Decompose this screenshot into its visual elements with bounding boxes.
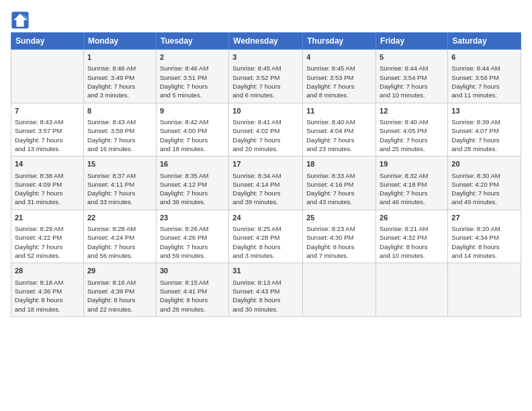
day-number: 3 [232, 52, 299, 62]
cell-content: Daylight: 7 hours [15, 242, 80, 251]
calendar-cell: 30Sunrise: 8:15 AMSunset: 4:41 PMDayligh… [156, 263, 228, 317]
day-number: 7 [15, 106, 80, 116]
cell-content: and 13 minutes. [15, 144, 80, 153]
calendar-header-friday: Friday [376, 33, 448, 50]
cell-content: and 14 minutes. [451, 251, 517, 260]
cell-content: Sunrise: 8:38 AM [15, 171, 80, 180]
calendar-cell: 8Sunrise: 8:43 AMSunset: 3:59 PMDaylight… [83, 103, 156, 156]
cell-content: Daylight: 7 hours [306, 189, 372, 197]
cell-content: and 18 minutes. [15, 305, 80, 314]
cell-content: and 8 minutes. [306, 91, 372, 99]
cell-content: and 49 minutes. [451, 197, 517, 206]
cell-content: Sunset: 4:22 PM [15, 233, 80, 242]
calendar-header-monday: Monday [83, 33, 156, 50]
calendar-table: SundayMondayTuesdayWednesdayThursdayFrid… [11, 32, 521, 317]
cell-content: Daylight: 7 hours [451, 189, 517, 197]
cell-content: Sunset: 4:02 PM [232, 126, 299, 135]
cell-content: Daylight: 7 hours [87, 136, 152, 144]
day-number: 16 [160, 159, 225, 169]
calendar-header-thursday: Thursday [303, 33, 376, 50]
calendar-cell: 13Sunrise: 8:39 AMSunset: 4:07 PMDayligh… [448, 103, 521, 156]
calendar-week-4: 21Sunrise: 8:29 AMSunset: 4:22 PMDayligh… [11, 210, 521, 263]
day-number: 8 [87, 106, 152, 116]
cell-content: Sunrise: 8:26 AM [160, 224, 225, 233]
cell-content: Daylight: 7 hours [160, 82, 225, 91]
cell-content: and 11 minutes. [451, 91, 517, 99]
cell-content: and 26 minutes. [160, 305, 225, 314]
calendar-cell: 22Sunrise: 8:28 AMSunset: 4:24 PMDayligh… [83, 210, 156, 263]
cell-content: and 20 minutes. [232, 144, 299, 153]
cell-content: Daylight: 7 hours [306, 136, 372, 144]
cell-content: Sunset: 3:56 PM [451, 73, 517, 82]
calendar-header-row: SundayMondayTuesdayWednesdayThursdayFrid… [11, 33, 521, 50]
day-number: 5 [380, 52, 444, 62]
calendar-cell: 26Sunrise: 8:21 AMSunset: 4:32 PMDayligh… [376, 210, 448, 263]
cell-content: Sunset: 4:00 PM [160, 126, 225, 135]
cell-content: Daylight: 8 hours [232, 242, 299, 251]
cell-content: Sunset: 4:04 PM [306, 126, 372, 135]
cell-content: Daylight: 7 hours [306, 82, 372, 91]
cell-content: Sunset: 4:09 PM [15, 180, 80, 189]
cell-content: Daylight: 7 hours [160, 189, 225, 197]
cell-content: Sunset: 4:41 PM [160, 287, 225, 295]
cell-content: Sunset: 3:51 PM [160, 73, 225, 82]
cell-content: Sunrise: 8:40 AM [380, 118, 444, 126]
logo [11, 11, 32, 30]
logo-icon [11, 11, 30, 30]
cell-content: and 33 minutes. [87, 197, 152, 206]
cell-content: and 22 minutes. [87, 305, 152, 314]
calendar-cell: 12Sunrise: 8:40 AMSunset: 4:05 PMDayligh… [376, 103, 448, 156]
cell-content: Sunset: 3:59 PM [87, 126, 152, 135]
calendar-cell: 17Sunrise: 8:34 AMSunset: 4:14 PMDayligh… [229, 156, 303, 210]
cell-content: Sunset: 3:49 PM [87, 73, 152, 82]
cell-content: Sunrise: 8:45 AM [306, 64, 372, 73]
day-number: 15 [87, 159, 152, 169]
cell-content: Sunrise: 8:28 AM [87, 224, 152, 233]
calendar-cell: 3Sunrise: 8:45 AMSunset: 3:52 PMDaylight… [229, 50, 303, 103]
cell-content: Sunset: 3:57 PM [15, 126, 80, 135]
cell-content: Sunset: 3:54 PM [380, 73, 444, 82]
cell-content: Sunrise: 8:13 AM [232, 278, 299, 287]
cell-content: Sunset: 3:52 PM [232, 73, 299, 82]
day-number: 11 [306, 106, 372, 116]
header [11, 8, 521, 30]
calendar-cell: 10Sunrise: 8:41 AMSunset: 4:02 PMDayligh… [229, 103, 303, 156]
cell-content: Sunrise: 8:32 AM [380, 171, 444, 180]
day-number: 28 [15, 266, 80, 276]
day-number: 10 [232, 106, 299, 116]
cell-content: Sunset: 4:07 PM [451, 126, 517, 135]
cell-content: and 36 minutes. [160, 197, 225, 206]
calendar-cell: 16Sunrise: 8:35 AMSunset: 4:12 PMDayligh… [156, 156, 228, 210]
calendar-cell: 20Sunrise: 8:30 AMSunset: 4:20 PMDayligh… [448, 156, 521, 210]
cell-content: Sunrise: 8:40 AM [306, 118, 372, 126]
cell-content: and 56 minutes. [87, 251, 152, 260]
cell-content: Daylight: 7 hours [160, 242, 225, 251]
cell-content: Sunset: 4:05 PM [380, 126, 444, 135]
cell-content: Daylight: 7 hours [87, 242, 152, 251]
cell-content: Sunrise: 8:16 AM [87, 278, 152, 287]
cell-content: Daylight: 7 hours [232, 189, 299, 197]
day-number: 12 [380, 106, 444, 116]
cell-content: Sunset: 3:53 PM [306, 73, 372, 82]
calendar-cell [448, 263, 521, 317]
calendar-cell: 4Sunrise: 8:45 AMSunset: 3:53 PMDaylight… [303, 50, 376, 103]
calendar-cell: 31Sunrise: 8:13 AMSunset: 4:43 PMDayligh… [229, 263, 303, 317]
cell-content: Sunset: 4:16 PM [306, 180, 372, 189]
cell-content: Daylight: 8 hours [232, 295, 299, 304]
cell-content: Daylight: 7 hours [451, 82, 517, 91]
cell-content: Sunset: 4:28 PM [232, 233, 299, 242]
calendar-header-saturday: Saturday [448, 33, 521, 50]
calendar-cell: 9Sunrise: 8:42 AMSunset: 4:00 PMDaylight… [156, 103, 228, 156]
cell-content: and 18 minutes. [160, 144, 225, 153]
day-number: 2 [160, 52, 225, 62]
cell-content: Sunrise: 8:45 AM [232, 64, 299, 73]
cell-content: Sunset: 4:26 PM [160, 233, 225, 242]
cell-content: and 10 minutes. [380, 91, 444, 99]
cell-content: Sunset: 4:36 PM [15, 287, 80, 295]
cell-content: and 6 minutes. [232, 91, 299, 99]
calendar-header-sunday: Sunday [11, 33, 84, 50]
cell-content: and 3 minutes. [232, 251, 299, 260]
day-number: 26 [380, 213, 444, 223]
cell-content: Daylight: 7 hours [380, 189, 444, 197]
cell-content: Sunrise: 8:44 AM [451, 64, 517, 73]
